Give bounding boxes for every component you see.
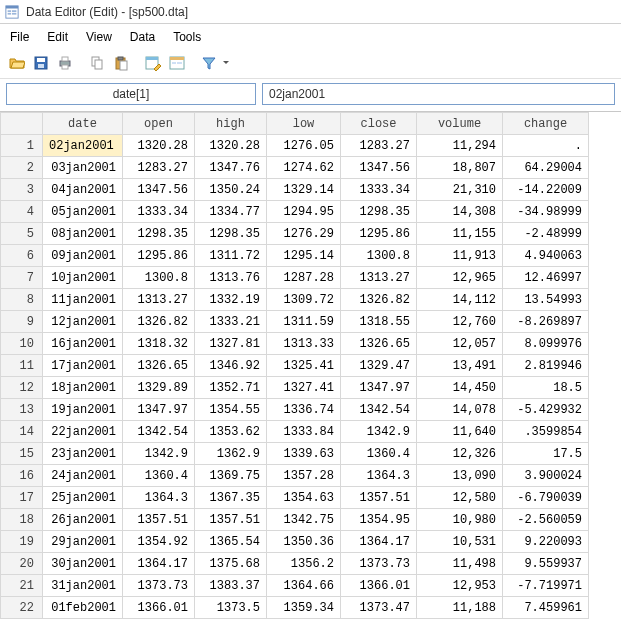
- cell-high[interactable]: 1334.77: [195, 201, 267, 223]
- cell-change[interactable]: .: [503, 135, 589, 157]
- cell-open[interactable]: 1318.32: [123, 333, 195, 355]
- row-header[interactable]: 9: [1, 311, 43, 333]
- cell-low[interactable]: 1333.84: [267, 421, 341, 443]
- cell-low[interactable]: 1356.2: [267, 553, 341, 575]
- cell-open[interactable]: 1298.35: [123, 223, 195, 245]
- cell-high[interactable]: 1354.55: [195, 399, 267, 421]
- cell-volume[interactable]: 10,531: [417, 531, 503, 553]
- cell-volume[interactable]: 11,294: [417, 135, 503, 157]
- cell-low[interactable]: 1294.95: [267, 201, 341, 223]
- cell-high[interactable]: 1347.76: [195, 157, 267, 179]
- cell-date[interactable]: 05jan2001: [43, 201, 123, 223]
- cell-close[interactable]: 1373.47: [341, 597, 417, 619]
- cell-volume[interactable]: 12,760: [417, 311, 503, 333]
- cell-open[interactable]: 1283.27: [123, 157, 195, 179]
- cell-change[interactable]: 8.099976: [503, 333, 589, 355]
- cell-change[interactable]: 17.5: [503, 443, 589, 465]
- row-header[interactable]: 18: [1, 509, 43, 531]
- cell-volume[interactable]: 12,057: [417, 333, 503, 355]
- row-header[interactable]: 7: [1, 267, 43, 289]
- cell-close[interactable]: 1373.73: [341, 553, 417, 575]
- cell-low[interactable]: 1329.14: [267, 179, 341, 201]
- menu-data[interactable]: Data: [130, 30, 155, 44]
- cell-change[interactable]: -5.429932: [503, 399, 589, 421]
- cell-low[interactable]: 1354.63: [267, 487, 341, 509]
- cell-close[interactable]: 1347.97: [341, 377, 417, 399]
- cell-date[interactable]: 26jan2001: [43, 509, 123, 531]
- cell-high[interactable]: 1352.71: [195, 377, 267, 399]
- cell-date[interactable]: 10jan2001: [43, 267, 123, 289]
- cell-date[interactable]: 25jan2001: [43, 487, 123, 509]
- cell-low[interactable]: 1276.29: [267, 223, 341, 245]
- cell-high[interactable]: 1357.51: [195, 509, 267, 531]
- cell-volume[interactable]: 14,078: [417, 399, 503, 421]
- cell-low[interactable]: 1364.66: [267, 575, 341, 597]
- cell-low[interactable]: 1342.75: [267, 509, 341, 531]
- row-header[interactable]: 11: [1, 355, 43, 377]
- cell-volume[interactable]: 11,498: [417, 553, 503, 575]
- cell-open[interactable]: 1347.97: [123, 399, 195, 421]
- cell-close[interactable]: 1326.65: [341, 333, 417, 355]
- cell-close[interactable]: 1333.34: [341, 179, 417, 201]
- cell-volume[interactable]: 11,640: [417, 421, 503, 443]
- col-header-date[interactable]: date: [43, 113, 123, 135]
- cell-open[interactable]: 1373.73: [123, 575, 195, 597]
- cell-low[interactable]: 1350.36: [267, 531, 341, 553]
- col-header-change[interactable]: change: [503, 113, 589, 135]
- cell-date[interactable]: 01feb2001: [43, 597, 123, 619]
- cell-close[interactable]: 1357.51: [341, 487, 417, 509]
- cell-volume[interactable]: 11,155: [417, 223, 503, 245]
- cell-close[interactable]: 1300.8: [341, 245, 417, 267]
- menu-tools[interactable]: Tools: [173, 30, 201, 44]
- cell-low[interactable]: 1287.28: [267, 267, 341, 289]
- print-icon[interactable]: [54, 52, 76, 74]
- row-header[interactable]: 1: [1, 135, 43, 157]
- cell-open[interactable]: 1357.51: [123, 509, 195, 531]
- cell-high[interactable]: 1383.37: [195, 575, 267, 597]
- cell-date[interactable]: 12jan2001: [43, 311, 123, 333]
- cell-date[interactable]: 29jan2001: [43, 531, 123, 553]
- cell-volume[interactable]: 14,112: [417, 289, 503, 311]
- cell-change[interactable]: -14.22009: [503, 179, 589, 201]
- cell-open[interactable]: 1360.4: [123, 465, 195, 487]
- cell-date[interactable]: 02jan2001: [43, 135, 123, 157]
- col-header-high[interactable]: high: [195, 113, 267, 135]
- cell-date[interactable]: 24jan2001: [43, 465, 123, 487]
- cell-value-input[interactable]: 02jan2001: [262, 83, 615, 105]
- cell-reference-input[interactable]: date[1]: [6, 83, 256, 105]
- row-header[interactable]: 13: [1, 399, 43, 421]
- row-header[interactable]: 17: [1, 487, 43, 509]
- cell-open[interactable]: 1313.27: [123, 289, 195, 311]
- cell-high[interactable]: 1373.5: [195, 597, 267, 619]
- cell-date[interactable]: 03jan2001: [43, 157, 123, 179]
- copy-icon[interactable]: [86, 52, 108, 74]
- cell-close[interactable]: 1366.01: [341, 575, 417, 597]
- cell-high[interactable]: 1311.72: [195, 245, 267, 267]
- row-header[interactable]: 12: [1, 377, 43, 399]
- row-header[interactable]: 22: [1, 597, 43, 619]
- cell-low[interactable]: 1357.28: [267, 465, 341, 487]
- cell-high[interactable]: 1332.19: [195, 289, 267, 311]
- cell-open[interactable]: 1364.3: [123, 487, 195, 509]
- row-header[interactable]: 6: [1, 245, 43, 267]
- menu-edit[interactable]: Edit: [47, 30, 68, 44]
- cell-date[interactable]: 11jan2001: [43, 289, 123, 311]
- paste-icon[interactable]: [110, 52, 132, 74]
- cell-low[interactable]: 1359.34: [267, 597, 341, 619]
- cell-volume[interactable]: 12,953: [417, 575, 503, 597]
- cell-high[interactable]: 1350.24: [195, 179, 267, 201]
- cell-date[interactable]: 17jan2001: [43, 355, 123, 377]
- cell-volume[interactable]: 12,580: [417, 487, 503, 509]
- browse-mode-icon[interactable]: [166, 52, 188, 74]
- cell-low[interactable]: 1327.41: [267, 377, 341, 399]
- col-header-open[interactable]: open: [123, 113, 195, 135]
- cell-close[interactable]: 1326.82: [341, 289, 417, 311]
- cell-close[interactable]: 1360.4: [341, 443, 417, 465]
- cell-change[interactable]: -34.98999: [503, 201, 589, 223]
- cell-low[interactable]: 1295.14: [267, 245, 341, 267]
- row-header[interactable]: 14: [1, 421, 43, 443]
- cell-high[interactable]: 1353.62: [195, 421, 267, 443]
- row-header[interactable]: 4: [1, 201, 43, 223]
- cell-close[interactable]: 1313.27: [341, 267, 417, 289]
- menu-file[interactable]: File: [10, 30, 29, 44]
